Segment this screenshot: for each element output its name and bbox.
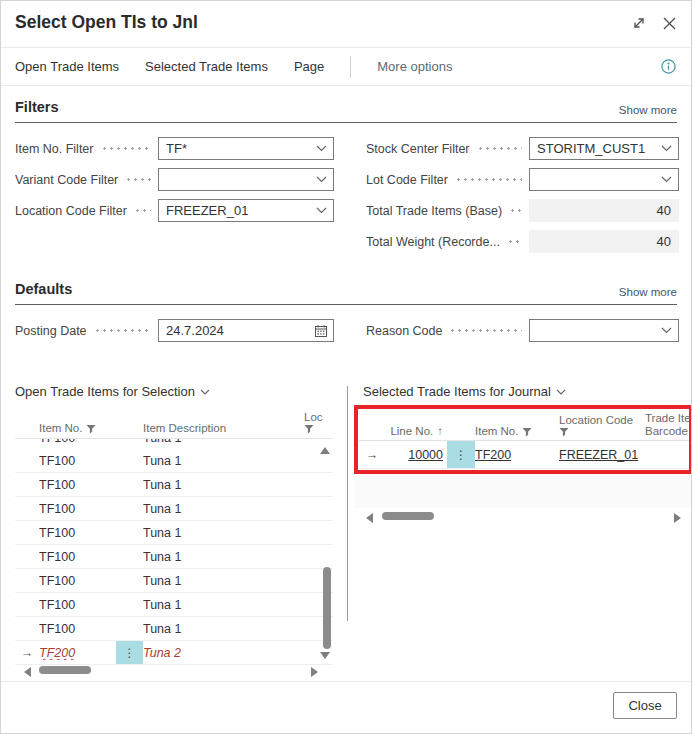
item-no-link[interactable]: TF200 [475, 448, 511, 462]
scroll-up-icon[interactable] [320, 447, 330, 454]
info-icon[interactable] [660, 58, 677, 75]
variant-code-filter-field[interactable] [158, 168, 334, 191]
scroll-right-icon[interactable] [311, 667, 318, 677]
table-row[interactable]: TF100Tuna 1 [15, 617, 333, 641]
table-row[interactable]: TF100Tuna 1 [15, 449, 333, 473]
menu-separator [350, 56, 351, 78]
menu-open-trade-items[interactable]: Open Trade Items [15, 59, 119, 74]
selected-table-row[interactable]: → TF200 ⋮ Tuna 2 [15, 641, 333, 665]
stock-center-filter-field[interactable] [529, 137, 679, 160]
chevron-down-icon[interactable] [654, 145, 678, 152]
col-trade-item-barcode[interactable]: Trade Ite Barcode [645, 412, 691, 437]
scroll-left-icon[interactable] [24, 667, 31, 677]
total-trade-items-label: Total Trade Items (Base) [366, 199, 528, 222]
scroll-left-icon[interactable] [366, 513, 373, 523]
lot-code-filter-field[interactable] [529, 168, 679, 191]
posting-date-field[interactable] [158, 319, 334, 342]
command-bar: Open Trade Items Selected Trade Items Pa… [1, 47, 691, 86]
calendar-icon[interactable] [309, 324, 333, 338]
close-icon[interactable] [659, 13, 679, 33]
row-options-icon[interactable]: ⋮ [447, 441, 475, 468]
selected-items-empty-area [355, 474, 691, 508]
lot-code-filter-input[interactable] [530, 172, 654, 187]
table-row[interactable]: TF100 Tuna 1 [15, 439, 333, 449]
current-row-arrow-icon: → [359, 448, 385, 462]
dotted-leader [125, 178, 151, 181]
col-item-description[interactable]: Item Description [143, 422, 304, 434]
filter-icon [86, 424, 96, 434]
reason-code-input[interactable] [530, 323, 654, 338]
horizontal-scrollbar-thumb[interactable] [382, 512, 434, 520]
selected-items-panel-title[interactable]: Selected Trade Items for Journal [363, 384, 566, 399]
dotted-leader [455, 178, 522, 181]
chevron-down-icon[interactable] [309, 207, 333, 214]
col-line-no[interactable]: Line No. ↑ [390, 425, 447, 437]
filter-icon [304, 424, 314, 434]
lot-code-filter-label: Lot Code Filter [366, 168, 528, 191]
item-no-link[interactable]: TF200 [39, 646, 75, 660]
footer-divider [1, 681, 691, 682]
defaults-show-more[interactable]: Show more [619, 286, 677, 298]
open-items-panel-title[interactable]: Open Trade Items for Selection [15, 384, 210, 399]
dotted-leader [134, 209, 151, 212]
chevron-down-icon[interactable] [309, 145, 333, 152]
dotted-leader [507, 240, 522, 243]
variant-code-filter-input[interactable] [159, 172, 309, 187]
current-row-arrow-icon: → [15, 646, 39, 660]
posting-date-input[interactable] [159, 323, 309, 338]
item-no-filter-input[interactable] [159, 141, 309, 156]
total-trade-items-value: 40 [529, 199, 679, 222]
open-items-hscrollbar [15, 665, 333, 679]
line-no-link[interactable]: 10000 [408, 448, 443, 462]
chevron-down-icon[interactable] [654, 327, 678, 334]
table-row[interactable]: TF100Tuna 1 [15, 521, 333, 545]
chevron-down-icon[interactable] [309, 176, 333, 183]
row-options-icon[interactable]: ⋮ [116, 641, 143, 664]
table-row[interactable]: TF100Tuna 1 [15, 473, 333, 497]
close-button[interactable]: Close [613, 692, 677, 719]
table-row[interactable]: TF100Tuna 1 [15, 593, 333, 617]
table-row[interactable]: TF100Tuna 1 [15, 569, 333, 593]
chevron-down-icon[interactable] [654, 176, 678, 183]
scroll-down-icon[interactable] [320, 652, 330, 659]
col-item-no[interactable]: Item No. [475, 425, 559, 437]
dotted-leader [477, 147, 522, 150]
open-items-grid-header: Item No. Item Description Loc [15, 401, 333, 439]
location-code-filter-input[interactable] [159, 203, 309, 218]
chevron-down-icon [556, 389, 566, 395]
menu-selected-trade-items[interactable]: Selected Trade Items [145, 59, 268, 74]
posting-date-label: Posting Date [15, 319, 157, 342]
col-location-truncated[interactable]: Loc [304, 411, 333, 434]
selected-items-grid: Line No. ↑ Item No. Location Code Trade … [359, 409, 691, 469]
dotted-leader [94, 329, 151, 332]
defaults-heading: Defaults [15, 281, 72, 297]
dotted-leader [509, 209, 522, 212]
selected-table-row[interactable]: → 10000 ⋮ TF200 FREEZER_01 [359, 441, 691, 469]
scroll-right-icon[interactable] [674, 513, 681, 523]
location-code-link[interactable]: FREEZER_01 [559, 448, 638, 462]
menu-more-options[interactable]: More options [377, 59, 452, 74]
location-code-filter-field[interactable] [158, 199, 334, 222]
table-row[interactable]: TF100Tuna 1 [15, 545, 333, 569]
item-no-filter-field[interactable] [158, 137, 334, 160]
table-row[interactable]: TF100Tuna 1 [15, 497, 333, 521]
open-items-grid: Item No. Item Description Loc TF100 Tuna… [15, 401, 333, 683]
total-weight-value: 40 [529, 230, 679, 253]
item-no-filter-label: Item No. Filter [15, 137, 157, 160]
clipped-row: TF100 Tuna 1 [15, 439, 333, 449]
selected-items-hscrollbar [359, 511, 683, 525]
stock-center-filter-input[interactable] [530, 141, 654, 156]
col-location-code[interactable]: Location Code [559, 414, 645, 437]
col-item-no[interactable]: Item No. [39, 422, 116, 434]
stock-center-filter-label: Stock Center Filter [366, 137, 528, 160]
vertical-scrollbar-thumb[interactable] [323, 567, 331, 649]
expand-icon[interactable] [629, 13, 649, 33]
reason-code-field[interactable] [529, 319, 679, 342]
filter-icon [522, 427, 532, 437]
horizontal-scrollbar-thumb[interactable] [39, 666, 91, 674]
filters-show-more[interactable]: Show more [619, 104, 677, 116]
location-code-filter-label: Location Code Filter [15, 199, 157, 222]
menu-page[interactable]: Page [294, 59, 324, 74]
reason-code-label: Reason Code [366, 319, 528, 342]
filter-icon [559, 427, 569, 437]
